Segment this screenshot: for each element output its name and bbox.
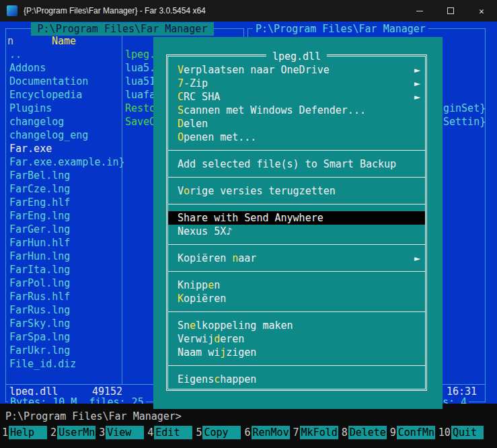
keybar-label: UserMn xyxy=(57,426,95,439)
keybar-item[interactable]: 6RenMov xyxy=(243,426,289,439)
keybar-number: 1 xyxy=(1,426,9,439)
close-button[interactable]: ✕ xyxy=(466,0,497,22)
menu-item-hotkey: V xyxy=(178,64,184,76)
menu-item[interactable]: Add selected file(s) to Smart Backup xyxy=(168,157,425,171)
file-item[interactable]: FarSky.lng xyxy=(9,317,125,330)
file-item[interactable]: FarPol.lng xyxy=(9,276,125,290)
menu-separator xyxy=(168,144,425,157)
keybar-item[interactable]: 5Copy xyxy=(194,426,241,439)
menu-item-hotkey: S xyxy=(178,104,184,116)
keybar-number: 7 xyxy=(292,426,300,439)
left-panel-files-col2: lpeg.lua5.lua51luafaRestoSaveO xyxy=(125,48,155,128)
keybar-item[interactable]: 7MkFold xyxy=(292,426,338,439)
menu-item[interactable]: Knippen xyxy=(168,278,425,292)
menu-item-hotkey: D xyxy=(178,118,184,130)
menu-item[interactable]: Naam wijzigen xyxy=(168,346,425,359)
keybar-item[interactable]: 2UserMn xyxy=(49,426,95,439)
keybar-label: Copy xyxy=(202,426,241,439)
menu-item[interactable]: CRC SHA► xyxy=(168,90,425,104)
keybar-item[interactable]: 8Delete xyxy=(340,426,387,439)
keybar-item[interactable]: 10Quit xyxy=(437,426,484,439)
minimize-button[interactable] xyxy=(404,0,435,22)
file-item[interactable]: lua5. xyxy=(125,61,155,75)
menu-item[interactable]: Eigenschappen xyxy=(168,373,425,386)
left-panel-path[interactable]: P:\Program Files\Far Manager xyxy=(31,22,214,36)
menu-item[interactable]: Share with Send Anywhere xyxy=(168,211,425,225)
menu-separator xyxy=(168,171,425,184)
keybar-number: 2 xyxy=(49,426,57,439)
menu-item[interactable]: Snelkoppeling maken xyxy=(168,319,425,332)
menu-item-hotkey: n xyxy=(232,252,238,264)
window-title: {P:\Program Files\Far Manager} - Far 3.0… xyxy=(24,6,404,15)
file-item[interactable]: .. xyxy=(9,48,125,61)
file-item[interactable]: SaveO xyxy=(125,115,155,128)
keybar-number: 6 xyxy=(243,426,251,439)
submenu-arrow-icon: ► xyxy=(414,252,420,265)
keybar-item[interactable]: 3View xyxy=(98,426,144,439)
file-item[interactable]: lua51 xyxy=(125,75,155,88)
keybar-label: MkFold xyxy=(300,426,338,439)
file-item[interactable]: FarEng.lng xyxy=(9,209,125,223)
keybar-item[interactable]: 9ConfMn xyxy=(389,426,435,439)
menu-item-hotkey: d xyxy=(214,333,220,345)
menu-separator xyxy=(168,238,425,252)
menu-item[interactable]: Delen xyxy=(168,117,425,130)
file-item[interactable]: FarHun.lng xyxy=(9,250,125,263)
file-item[interactable]: FarCze.lng xyxy=(9,182,125,196)
file-item[interactable]: FarRus.hlf xyxy=(9,290,125,303)
file-item[interactable]: FarGer.lng xyxy=(9,223,125,236)
menu-item[interactable]: Verplaatsen naar OneDrive► xyxy=(168,63,425,77)
right-panel-path[interactable]: P:\Program Files\Far Manager xyxy=(253,22,428,36)
menu-item-hotkey: c xyxy=(214,373,220,385)
keybar-number: 8 xyxy=(340,426,348,439)
file-item[interactable]: File_id.diz xyxy=(9,357,125,371)
file-item[interactable]: Plugins xyxy=(9,102,125,115)
file-item[interactable]: luafa xyxy=(125,88,155,102)
submenu-arrow-icon: ► xyxy=(414,63,420,77)
maximize-button[interactable] xyxy=(435,0,466,22)
file-item[interactable]: Encyclopedia xyxy=(9,88,125,102)
command-line[interactable]: P:\Program Files\Far Manager> xyxy=(5,410,182,423)
menu-item[interactable]: 7-Zip► xyxy=(168,77,425,90)
file-item[interactable]: FarSpa.lng xyxy=(9,330,125,344)
menu-item[interactable]: Openen met... xyxy=(168,130,425,144)
file-item[interactable]: Documentation xyxy=(9,75,125,88)
titlebar: {P:\Program Files\Far Manager} - Far 3.0… xyxy=(0,0,497,22)
menu-item[interactable]: Vorige versies terugzetten xyxy=(168,184,425,198)
far-app-icon xyxy=(7,5,17,16)
file-item[interactable]: Resto xyxy=(125,102,155,115)
menu-item[interactable]: Kopiëren xyxy=(168,292,425,305)
file-item-fragment[interactable]: Settin} xyxy=(443,115,486,128)
file-item[interactable]: FarEng.hlf xyxy=(9,196,125,209)
file-item[interactable]: FarIta.lng xyxy=(9,263,125,276)
menu-separator xyxy=(168,198,425,211)
menu-item-hotkey: e xyxy=(190,320,196,332)
name-column-header: Name xyxy=(6,34,122,48)
menu-item[interactable]: Verwijderen xyxy=(168,332,425,346)
left-panel-files-col1: ..AddonsDocumentationEncyclopediaPlugins… xyxy=(9,48,125,371)
file-item[interactable]: FarHun.hlf xyxy=(9,236,125,250)
keybar-label: ConfMn xyxy=(397,426,435,439)
context-menu: lpeg.dll Verplaatsen naar OneDrive►7-Zip… xyxy=(153,37,443,409)
file-item[interactable]: FarRus.lng xyxy=(9,303,125,317)
keybar-number: 3 xyxy=(98,426,106,439)
keybar-item[interactable]: 4Edit xyxy=(146,426,192,439)
bottom-area: P:\Program Files\Far Manager> 1Help2User… xyxy=(0,404,497,448)
menu-item[interactable]: Nexus 5X♪ xyxy=(168,225,425,238)
menu-item[interactable]: Scannen met Windows Defender... xyxy=(168,104,425,117)
file-item[interactable]: lpeg. xyxy=(125,48,155,61)
file-item[interactable]: Far.exe xyxy=(9,142,125,155)
keybar-label: View xyxy=(106,426,144,439)
file-item[interactable]: FarBel.lng xyxy=(9,169,125,182)
file-item[interactable]: changelog xyxy=(9,115,125,128)
file-item-fragment[interactable]: ginSet} xyxy=(443,102,486,115)
menu-item-hotkey: O xyxy=(178,131,184,143)
keybar-number: 10 xyxy=(437,426,451,439)
menu-separator xyxy=(168,265,425,278)
file-item[interactable]: changelog_eng xyxy=(9,128,125,142)
keybar-item[interactable]: 1Help xyxy=(1,426,47,439)
file-item[interactable]: FarUkr.lng xyxy=(9,344,125,357)
file-item[interactable]: Far.exe.example.in} xyxy=(9,155,125,169)
file-item[interactable]: Addons xyxy=(9,61,125,75)
menu-item[interactable]: Kopiëren naar► xyxy=(168,252,425,265)
